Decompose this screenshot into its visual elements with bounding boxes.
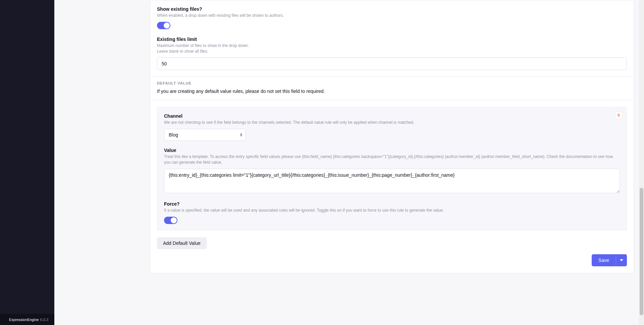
value-textarea[interactable] (164, 169, 620, 193)
add-default-value-button[interactable]: Add Default Value (157, 237, 207, 249)
content-area: Show existing files? When enabled, a dro… (54, 0, 644, 325)
channel-field: Channel We are not checking to see if th… (164, 113, 620, 141)
value-label: Value (164, 148, 620, 153)
chevron-down-icon (620, 259, 623, 261)
value-desc: Treat this like a template. To access th… (164, 154, 620, 165)
sidebar: ExpressionEngine 6.0.3 (0, 0, 54, 325)
default-value-rule-card: Channel We are not checking to see if th… (157, 107, 627, 230)
footer-actions: Save (150, 254, 634, 273)
default-value-section-title: Default Value (150, 76, 634, 89)
existing-limit-label: Existing files limit (157, 37, 627, 42)
channel-desc: We are not checking to see if the field … (164, 120, 620, 125)
toggle-knob (164, 22, 170, 29)
scrollbar-thumb[interactable] (640, 188, 643, 315)
existing-limit-desc2: Leave blank to show all files. (157, 49, 627, 54)
value-field: Value Treat this like a template. To acc… (164, 148, 620, 195)
show-existing-desc: When enabled, a drop down with existing … (157, 13, 627, 18)
existing-limit-group: Existing files limit Maximum number of f… (157, 37, 627, 70)
version-label: 6.0.3 (40, 318, 48, 322)
channel-select-wrap: Blog (164, 129, 246, 141)
panel-top-section: Show existing files? When enabled, a dro… (150, 0, 634, 76)
force-toggle[interactable] (164, 217, 177, 224)
force-field: Force? If a value is specified, the valu… (164, 201, 620, 224)
trash-icon (617, 113, 620, 117)
default-value-info: If you are creating any default value ru… (150, 89, 634, 100)
show-existing-toggle[interactable] (157, 22, 170, 29)
save-dropdown-button[interactable] (616, 254, 627, 266)
toggle-knob (171, 217, 177, 223)
save-split-button: Save (592, 254, 627, 266)
sidebar-footer: ExpressionEngine 6.0.3 (0, 314, 54, 325)
channel-select[interactable]: Blog (164, 129, 246, 141)
show-existing-label: Show existing files? (157, 6, 627, 12)
delete-rule-button[interactable] (615, 111, 623, 119)
scrollbar-rail[interactable] (639, 0, 644, 325)
existing-limit-input[interactable] (157, 57, 627, 70)
brand-name: ExpressionEngine (9, 318, 39, 322)
existing-limit-desc1: Maximum number of files to show in the d… (157, 43, 627, 49)
force-desc: If a value is specified, the value will … (164, 208, 620, 213)
force-label: Force? (164, 201, 620, 207)
show-existing-group: Show existing files? When enabled, a dro… (157, 6, 627, 29)
settings-panel: Show existing files? When enabled, a dro… (150, 0, 634, 273)
channel-label: Channel (164, 113, 620, 119)
save-button[interactable]: Save (592, 254, 616, 266)
